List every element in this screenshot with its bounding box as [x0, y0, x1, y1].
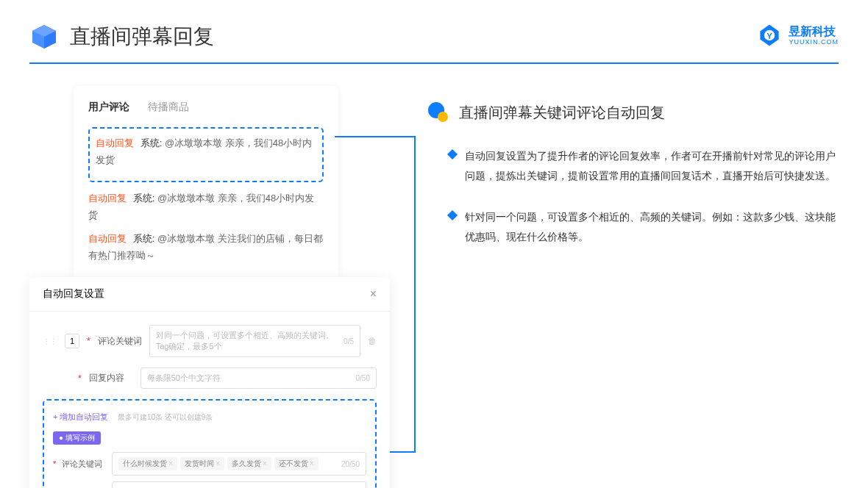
logo-text-cn: 昱新科技 [789, 26, 839, 37]
ex-keyword-input[interactable]: 什么时候发货× 发货时间× 多久发货× 还不发货× 20/50 [112, 452, 366, 476]
section-title: 直播间弹幕关键词评论自动回复 [459, 103, 665, 123]
auto-reply-badge: 自动回复 [88, 193, 127, 204]
logo-text-en: YUUXIN.COM [789, 39, 839, 46]
bullet-item: 针对同一个问题，可设置多个相近的、高频的关键词。例如：这款多少钱、这块能优惠吗、… [449, 207, 839, 246]
cube-icon [29, 22, 59, 51]
content-label: 回复内容 [89, 372, 133, 384]
delete-icon[interactable]: 🗑 [368, 336, 377, 346]
ex-keyword-label: 评论关键词 [62, 459, 106, 470]
system-label: 系统: [133, 233, 155, 244]
comments-card: 用户评论 待播商品 自动回复 系统: @冰墩墩本墩 亲亲，我们48小时内发货 自… [74, 86, 338, 284]
close-icon[interactable]: × [370, 287, 377, 301]
page-title: 直播间弹幕回复 [70, 23, 214, 51]
add-hint: 最多可建10条 还可以创建9条 [118, 413, 213, 421]
content-input[interactable]: 每条限50个中文字符 0/50 [140, 367, 377, 389]
system-label: 系统: [140, 137, 163, 148]
example-badge: ● 填写示例 [53, 431, 101, 445]
settings-title: 自动回复设置 [43, 287, 104, 301]
keyword-tag[interactable]: 什么时候发货× [118, 457, 177, 470]
connector-line [335, 136, 416, 137]
auto-reply-badge: 自动回复 [88, 233, 127, 244]
row-number: 1 [65, 334, 79, 348]
keyword-label: 评论关键词 [98, 335, 142, 348]
svg-text:Y: Y [767, 32, 773, 40]
bullet-item: 自动回复设置为了提升作者的评论回复效率，作者可在开播前针对常见的评论用户问题，提… [449, 146, 839, 185]
system-label: 系统: [133, 193, 155, 204]
connector-line [414, 136, 416, 452]
tab-pending-products[interactable]: 待播商品 [148, 101, 189, 114]
auto-reply-settings-panel: 自动回复设置 × ⋮⋮ 1 * 评论关键词 对同一个问题，可设置多个相近、高频的… [29, 277, 390, 488]
svg-point-6 [438, 112, 448, 122]
required-star: * [87, 336, 90, 346]
diamond-bullet-icon [447, 149, 458, 159]
keyword-tag[interactable]: 多久发货× [227, 457, 271, 470]
tab-user-comments[interactable]: 用户评论 [88, 101, 129, 114]
auto-reply-badge: 自动回复 [96, 137, 134, 148]
logo-icon: Y [756, 22, 783, 49]
header-divider [29, 62, 839, 64]
keyword-input[interactable]: 对同一个问题，可设置多个相近、高频的关键词。Tag确定，最多5个 0/5 [149, 325, 360, 357]
brand-logo: Y 昱新科技 YUUXIN.COM [756, 22, 839, 49]
ex-content-input[interactable]: 亲，我们这边都是下单48小时内发货的哦～ 37/50 [112, 481, 366, 488]
drag-handle-icon[interactable]: ⋮⋮ [43, 337, 57, 345]
example-highlight-box: + 增加自动回复 最多可建10条 还可以创建9条 ● 填写示例 * 评论关键词 … [43, 399, 377, 488]
diamond-bullet-icon [447, 210, 458, 220]
keyword-tag[interactable]: 发货时间× [180, 457, 224, 470]
chat-bubble-icon [427, 101, 450, 124]
add-auto-reply-link[interactable]: + 增加自动回复 [53, 412, 108, 423]
highlighted-comment: 自动回复 系统: @冰墩墩本墩 亲亲，我们48小时内发货 [88, 127, 324, 182]
required-star: * [78, 373, 82, 384]
keyword-tag[interactable]: 还不发货× [274, 457, 319, 470]
